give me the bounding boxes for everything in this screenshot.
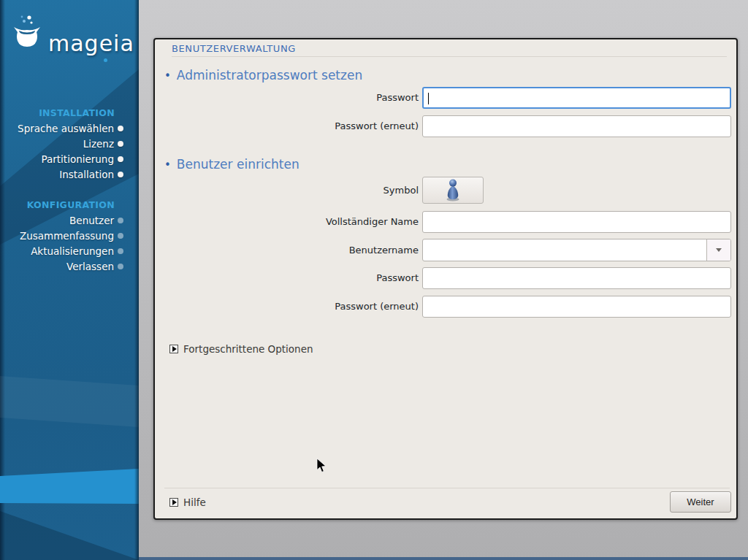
admin-password-heading: •Administratorpasswort setzen — [164, 68, 362, 83]
heading-bullet: • — [164, 69, 171, 83]
screen: mageia INSTALLATION Sprache auswählen Li… — [0, 0, 748, 560]
step-sprache-auswaehlen: Sprache auswählen — [0, 120, 139, 136]
title-separator — [172, 56, 727, 57]
sidebar-band — [0, 0, 139, 560]
panel-title: BENUTZERVERWALTUNG — [172, 43, 296, 54]
sidebar-band — [0, 0, 139, 560]
admin-password-repeat-label: Passwort (erneut) — [155, 115, 419, 137]
sidebar-band — [0, 0, 139, 560]
fullname-input[interactable] — [422, 211, 731, 233]
advanced-options-expander[interactable]: Fortgeschrittene Optionen — [169, 343, 313, 355]
step-aktualisierungen: Aktualisierungen — [0, 243, 139, 258]
expander-arrow-icon — [169, 498, 178, 507]
step-verlassen: Verlassen — [0, 258, 139, 274]
sidebar: mageia INSTALLATION Sprache auswählen Li… — [0, 0, 139, 560]
sidebar-band — [0, 0, 139, 560]
installer-steps: INSTALLATION Sprache auswählen Lizenz Pa… — [0, 105, 139, 274]
mageia-logo-text: mageia — [48, 31, 134, 56]
section-title-installation: INSTALLATION — [0, 105, 139, 120]
section-title-konfiguration: KONFIGURATION — [0, 197, 139, 212]
username-dropdown-button[interactable] — [706, 239, 730, 261]
user-management-panel: BENUTZERVERWALTUNG •Administratorpasswor… — [153, 38, 738, 520]
admin-password-repeat-input[interactable] — [422, 115, 731, 137]
user-password-repeat-input[interactable] — [422, 296, 731, 318]
step-bullet-done — [118, 156, 123, 162]
help-expander[interactable]: Hilfe — [169, 496, 206, 508]
step-partitionierung: Partitionierung — [0, 151, 139, 166]
step-bullet-done — [118, 172, 123, 177]
step-bullet-todo — [118, 233, 123, 239]
step-bullet-todo — [118, 248, 123, 254]
admin-password-label: Passwort — [155, 87, 419, 109]
fullname-label: Vollständiger Name — [155, 211, 419, 233]
symbol-label: Symbol — [155, 177, 419, 204]
step-bullet-todo — [118, 264, 123, 269]
bottom-separator — [164, 488, 730, 488]
user-password-input[interactable] — [422, 267, 731, 289]
chevron-down-icon — [716, 248, 722, 252]
step-bullet-done — [118, 126, 123, 131]
step-benutzer: Benutzer — [0, 212, 139, 228]
user-person-icon — [444, 179, 462, 202]
username-label: Benutzername — [155, 239, 419, 261]
step-bullet-done — [118, 141, 123, 147]
mouse-cursor — [316, 458, 327, 473]
step-bullet-current — [118, 218, 123, 223]
heading-bullet: • — [164, 158, 171, 172]
step-lizenz: Lizenz — [0, 136, 139, 151]
expander-arrow-icon — [169, 345, 178, 353]
step-installation: Installation — [0, 166, 139, 182]
user-icon-button[interactable] — [422, 177, 484, 204]
username-combo-edit[interactable] — [423, 239, 706, 261]
mageia-cauldron-icon — [13, 15, 44, 53]
username-combobox[interactable] — [422, 239, 731, 261]
mageia-logo: mageia — [10, 13, 134, 72]
user-password-repeat-label: Passwort (erneut) — [155, 296, 419, 318]
logo-i-dot — [104, 58, 107, 62]
text-caret — [428, 93, 429, 104]
admin-password-input[interactable] — [422, 87, 731, 109]
user-password-label: Passwort — [155, 267, 419, 289]
next-button[interactable]: Weiter — [670, 491, 731, 513]
step-zusammenfassung: Zusammenfassung — [0, 228, 139, 243]
user-setup-heading: •Benutzer einrichten — [164, 157, 299, 172]
